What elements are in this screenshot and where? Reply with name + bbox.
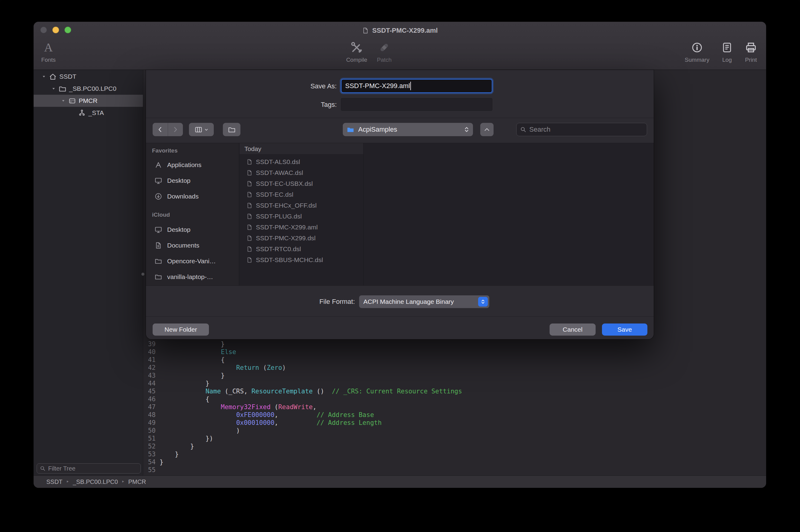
columns-view-icon (194, 126, 203, 134)
code-text: Name (_CRS, ResourceTemplate () // _CRS:… (160, 387, 462, 395)
file-row-ssdt-rtc0-dsl[interactable]: SSDT-RTC0.dsl (240, 244, 364, 254)
folder-icon (58, 85, 67, 93)
code-text: 0x00010000, // Address Length (160, 419, 382, 427)
favorites-item-label: Desktop (167, 226, 190, 233)
line-number: 41 (143, 356, 156, 364)
desktop-icon (154, 177, 162, 185)
breadcrumb-separator: ‣ (66, 479, 69, 485)
search-field[interactable] (516, 123, 647, 136)
collapse-button[interactable] (480, 123, 494, 136)
line-number: 39 (143, 340, 156, 348)
breadcrumb-separator: ‣ (122, 479, 125, 485)
line-number: 52 (143, 442, 156, 450)
doc-icon (246, 235, 253, 242)
splitter-handle[interactable] (142, 273, 145, 276)
breadcrumb-part: SSDT (46, 478, 62, 486)
filter-field[interactable] (37, 463, 141, 474)
favorites-item-label: Opencore-Vani… (167, 258, 216, 265)
disclosure-triangle-icon[interactable] (50, 87, 57, 91)
search-input[interactable] (529, 126, 644, 133)
divider (146, 316, 654, 317)
home-icon (49, 73, 57, 81)
filter-input[interactable] (48, 465, 138, 472)
save-button[interactable]: Save (602, 323, 647, 336)
location-popup[interactable]: AcpiSamples (343, 123, 473, 136)
fonts-icon: A (44, 41, 53, 54)
line-number: 48 (143, 411, 156, 419)
group-header: Today (240, 143, 364, 155)
tags-input[interactable] (341, 98, 492, 111)
line-number: 55 (143, 466, 156, 474)
code-text: } (160, 372, 225, 379)
file-row-ssdt-plug-dsl[interactable]: SSDT-PLUG.dsl (240, 211, 364, 222)
chevron-left-icon (156, 126, 164, 133)
disclosure-spacer (69, 111, 77, 115)
folder-button[interactable] (223, 123, 240, 136)
file-row-ssdt-awac-dsl[interactable]: SSDT-AWAC.dsl (240, 167, 364, 178)
favorites-item-desktop[interactable]: Desktop (146, 222, 239, 238)
code-line: 50 ) (143, 427, 766, 435)
save-as-input[interactable]: SSDT-PMC-X299.aml (341, 79, 492, 93)
sidebar: SSDT_SB.PC00.LPC0PMCR_STA (34, 70, 143, 475)
save-as-value: SSDT-PMC-X299.aml (345, 82, 410, 90)
code-line: 53 } (143, 450, 766, 458)
favorites-item-desktop[interactable]: Desktop (146, 173, 239, 189)
doc-icon (246, 224, 253, 231)
info-icon (691, 41, 703, 54)
line-number: 51 (143, 435, 156, 442)
file-row-ssdt-ec-dsl[interactable]: SSDT-EC.dsl (240, 189, 364, 200)
search-icon (40, 466, 46, 472)
toolbar-print-button[interactable]: Print (727, 39, 766, 63)
doc-icon (246, 246, 253, 252)
window-header: SSDT-PMC-X299.aml A Fonts Compile Patch … (34, 22, 766, 70)
new-folder-button[interactable]: New Folder (153, 323, 209, 336)
line-number: 50 (143, 427, 156, 435)
desktop-background: SSDT-PMC-X299.aml A Fonts Compile Patch … (0, 0, 800, 532)
toolbar-patch-button[interactable]: Patch (360, 39, 408, 63)
code-text: { (160, 356, 225, 364)
code-line: 39 } (143, 340, 766, 348)
folder-icon (228, 126, 236, 134)
back-button[interactable] (153, 123, 168, 136)
code-text: { (160, 395, 209, 403)
file-name: SSDT-RTC0.dsl (256, 245, 301, 253)
tree-item-pmcr[interactable]: PMCR (34, 95, 143, 107)
doc-icon (246, 191, 253, 198)
code-line: 55 (143, 466, 766, 474)
favorites-item-opencore-vani[interactable]: Opencore-Vani… (146, 253, 239, 269)
file-row-ssdt-sbus-mchc-dsl[interactable]: SSDT-SBUS-MCHC.dsl (240, 254, 364, 265)
file-row-ssdt-ec-usbx-dsl[interactable]: SSDT-EC-USBX.dsl (240, 178, 364, 189)
disclosure-triangle-icon[interactable] (40, 74, 48, 79)
breadcrumb: SSDT‣_SB.PC00.LPC0‣PMCR (46, 478, 146, 486)
updown-chevrons-icon (480, 299, 486, 304)
file-name: SSDT-PLUG.dsl (256, 213, 302, 220)
tree-item-label: _STA (89, 109, 104, 116)
cancel-button[interactable]: Cancel (550, 323, 596, 336)
tree-item-sb-pc00-lpc0[interactable]: _SB.PC00.LPC0 (34, 82, 143, 95)
favorites-item-documents[interactable]: Documents (146, 238, 239, 253)
chevron-up-icon (484, 126, 490, 133)
line-number: 54 (143, 458, 156, 466)
tree-item-sta[interactable]: _STA (34, 107, 143, 119)
file-name: SSDT-AWAC.dsl (256, 169, 303, 176)
favorites-item-vanilla-laptop[interactable]: vanilla-laptop-… (146, 269, 239, 285)
file-name: SSDT-ALS0.dsl (256, 158, 300, 166)
favorites-item-label: Documents (167, 242, 199, 249)
file-format-popup[interactable]: ACPI Machine Language Binary (359, 296, 489, 308)
file-row-ssdt-ehcx-off-dsl[interactable]: SSDT-EHCx_OFF.dsl (240, 200, 364, 211)
favorites-item-applications[interactable]: Applications (146, 157, 239, 173)
file-row-ssdt-pmc-x299-aml[interactable]: SSDT-PMC-X299.aml (240, 222, 364, 233)
view-mode-button[interactable] (189, 123, 214, 136)
file-name: SSDT-PMC-X299.aml (256, 224, 318, 231)
tree-item-ssdt[interactable]: SSDT (34, 71, 143, 82)
disclosure-triangle-icon[interactable] (60, 99, 67, 103)
file-row-ssdt-pmc-x299-dsl[interactable]: SSDT-PMC-X299.dsl (240, 233, 364, 244)
forward-button[interactable] (168, 123, 183, 136)
file-row-ssdt-als0-dsl[interactable]: SSDT-ALS0.dsl (240, 156, 364, 167)
favorites-panel: FavoritesApplicationsDesktopDownloadsiCl… (146, 143, 239, 285)
toolbar-fonts-button[interactable]: A Fonts (34, 39, 73, 63)
breadcrumb-part: _SB.PC00.LPC0 (73, 478, 118, 486)
favorites-item-downloads[interactable]: Downloads (146, 189, 239, 204)
favorites-item-label: Downloads (167, 193, 199, 200)
folder-icon (154, 273, 162, 281)
